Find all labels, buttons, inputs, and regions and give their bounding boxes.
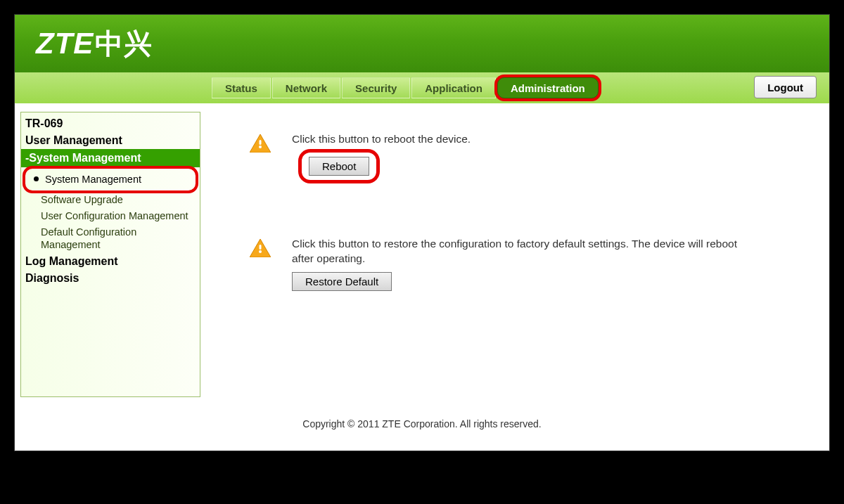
restore-block: Click this button to restore the configu…	[250, 236, 808, 291]
svg-rect-5	[260, 245, 262, 250]
sidebar-item-log-management[interactable]: Log Management	[21, 253, 200, 270]
sidebar-item-diagnosis[interactable]: Diagnosis	[21, 270, 200, 287]
warning-icon	[250, 239, 271, 257]
reboot-button[interactable]: Reboot	[309, 157, 369, 176]
content-area: Click this button to reboot the device. …	[207, 103, 829, 406]
reboot-text: Click this button to reboot the device.	[292, 131, 471, 147]
top-nav: Status Network Security Application Admi…	[15, 72, 829, 103]
logout-button[interactable]: Logout	[754, 76, 817, 98]
logo-cn-text: 中兴	[95, 25, 153, 63]
tab-status[interactable]: Status	[212, 77, 271, 98]
sidebar-sub-default-config-mgmt[interactable]: Default Configuration Management	[21, 224, 200, 254]
reboot-highlight: Reboot	[302, 153, 376, 180]
sidebar-section-system-management[interactable]: -System Management	[21, 149, 200, 167]
svg-point-4	[259, 250, 262, 253]
sidebar-sub-software-upgrade[interactable]: Software Upgrade	[21, 192, 200, 208]
logo-text: ZTE	[36, 27, 94, 60]
sidebar: TR-069 User Management -System Managemen…	[20, 112, 200, 397]
restore-text: Click this button to restore the configu…	[292, 236, 742, 266]
tab-network[interactable]: Network	[272, 77, 340, 98]
sidebar-sub-user-config-mgmt[interactable]: User Configuration Management	[21, 208, 200, 224]
svg-rect-2	[260, 140, 262, 145]
sidebar-sub-system-management[interactable]: System Management	[25, 172, 196, 188]
svg-point-1	[259, 146, 262, 148]
reboot-desc: Click this button to reboot the device. …	[292, 131, 471, 180]
reboot-block: Click this button to reboot the device. …	[250, 131, 808, 180]
app-frame: ZTE 中兴 Status Network Security Applicati…	[14, 14, 830, 451]
footer-text: Copyright © 2011 ZTE Corporation. All ri…	[15, 406, 829, 451]
tab-security[interactable]: Security	[342, 77, 410, 98]
restore-default-button[interactable]: Restore Default	[292, 272, 392, 291]
restore-desc: Click this button to restore the configu…	[292, 236, 742, 291]
tab-administration[interactable]: Administration	[497, 77, 599, 98]
sidebar-item-tr069[interactable]: TR-069	[21, 115, 200, 132]
header: ZTE 中兴	[15, 15, 829, 72]
tab-application[interactable]: Application	[411, 77, 496, 98]
sidebar-item-user-management[interactable]: User Management	[21, 132, 200, 149]
sidebar-sub-highlight: System Management	[25, 169, 196, 190]
body: TR-069 User Management -System Managemen…	[15, 103, 829, 406]
warning-icon	[250, 134, 271, 153]
brand-logo: ZTE 中兴	[36, 25, 153, 63]
